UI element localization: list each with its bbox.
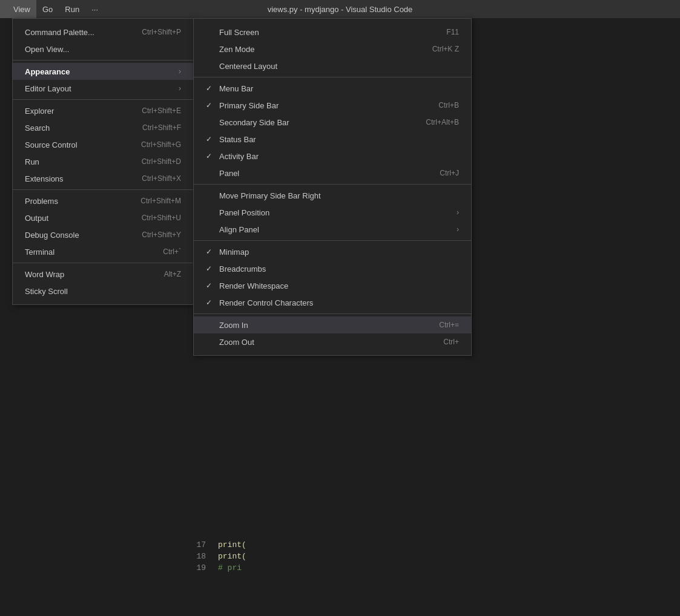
- menu-extensions[interactable]: Extensions Ctrl+Shift+X: [13, 170, 193, 187]
- menu-terminal[interactable]: Terminal Ctrl+`: [13, 243, 193, 260]
- sec-move-primary-sidebar[interactable]: Move Primary Side Bar Right: [194, 187, 471, 204]
- title-bar: View Go Run ··· views.py - mydjango - Vi…: [0, 0, 680, 18]
- secondary-section-5: Zoom In Ctrl+= Zoom Out Ctrl+: [194, 314, 471, 353]
- menu-appearance[interactable]: Appearance ›: [13, 63, 193, 80]
- sec-status-bar[interactable]: ✓ Status Bar: [194, 131, 471, 148]
- sec-zen-mode[interactable]: Zen Mode Ctrl+K Z: [194, 41, 471, 57]
- secondary-section-4: ✓ Minimap ✓ Breadcrumbs ✓ Render Whitesp…: [194, 241, 471, 314]
- menu-editor-layout[interactable]: Editor Layout ›: [13, 80, 193, 97]
- secondary-menu: Full Screen F11 Zen Mode Ctrl+K Z Center…: [193, 18, 472, 356]
- secondary-section-2: ✓ Menu Bar ✓ Primary Side Bar Ctrl+B Sec…: [194, 77, 471, 185]
- sec-render-whitespace[interactable]: ✓ Render Whitespace: [194, 277, 471, 294]
- dropdown-container: Command Palette... Ctrl+Shift+P Open Vie…: [12, 18, 194, 305]
- menu-source-control[interactable]: Source Control Ctrl+Shift+G: [13, 136, 193, 153]
- menu-go[interactable]: Go: [36, 0, 59, 18]
- menu-run[interactable]: Run Ctrl+Shift+D: [13, 153, 193, 170]
- sec-panel-position[interactable]: Panel Position ›: [194, 204, 471, 221]
- sec-zoom-in[interactable]: Zoom In Ctrl+=: [194, 316, 471, 333]
- menu-problems[interactable]: Problems Ctrl+Shift+M: [13, 192, 193, 209]
- primary-menu: Command Palette... Ctrl+Shift+P Open Vie…: [12, 18, 194, 305]
- sec-primary-sidebar[interactable]: ✓ Primary Side Bar Ctrl+B: [194, 97, 471, 114]
- menu-sticky-scroll[interactable]: Sticky Scroll: [13, 283, 193, 300]
- menu-view[interactable]: View: [7, 0, 36, 18]
- sec-align-panel[interactable]: Align Panel ›: [194, 221, 471, 238]
- sec-panel[interactable]: Panel Ctrl+J: [194, 165, 471, 182]
- secondary-section-1: Full Screen F11 Zen Mode Ctrl+K Z Center…: [194, 21, 471, 77]
- code-line-18: 18 print(: [182, 551, 545, 562]
- menu-command-palette[interactable]: Command Palette... Ctrl+Shift+P: [13, 24, 193, 41]
- primary-menu-section-2: Appearance › Editor Layout ›: [13, 61, 193, 100]
- sec-centered-layout[interactable]: Centered Layout: [194, 57, 471, 74]
- menu-run[interactable]: Run: [59, 0, 85, 18]
- line-number-17: 17: [188, 540, 206, 549]
- line-number-18: 18: [188, 552, 206, 561]
- code-text-18: print(: [218, 552, 246, 561]
- menu-open-view[interactable]: Open View...: [13, 41, 193, 57]
- sec-full-screen[interactable]: Full Screen F11: [194, 24, 471, 41]
- window-title: views.py - mydjango - Visual Studio Code: [268, 5, 413, 14]
- sec-activity-bar[interactable]: ✓ Activity Bar: [194, 148, 471, 165]
- code-text-19: # pri: [218, 563, 242, 572]
- menu-explorer[interactable]: Explorer Ctrl+Shift+E: [13, 102, 193, 119]
- sec-secondary-sidebar[interactable]: Secondary Side Bar Ctrl+Alt+B: [194, 114, 471, 131]
- sec-menu-bar[interactable]: ✓ Menu Bar: [194, 80, 471, 97]
- secondary-section-3: Move Primary Side Bar Right Panel Positi…: [194, 185, 471, 241]
- code-text-17: print(: [218, 540, 246, 549]
- primary-menu-section-4: Problems Ctrl+Shift+M Output Ctrl+Shift+…: [13, 190, 193, 263]
- menu-search[interactable]: Search Ctrl+Shift+F: [13, 119, 193, 136]
- sec-minimap[interactable]: ✓ Minimap: [194, 243, 471, 260]
- sec-breadcrumbs[interactable]: ✓ Breadcrumbs: [194, 260, 471, 277]
- menu-empty[interactable]: [0, 0, 7, 18]
- menu-debug-console[interactable]: Debug Console Ctrl+Shift+Y: [13, 226, 193, 243]
- code-line-19: 19 # pri: [182, 562, 545, 574]
- sec-render-control-chars[interactable]: ✓ Render Control Characters: [194, 294, 471, 311]
- primary-menu-section-1: Command Palette... Ctrl+Shift+P Open Vie…: [13, 21, 193, 61]
- sec-zoom-out[interactable]: Zoom Out Ctrl+: [194, 333, 471, 350]
- menu-output[interactable]: Output Ctrl+Shift+U: [13, 209, 193, 226]
- primary-menu-section-5: Word Wrap Alt+Z Sticky Scroll: [13, 263, 193, 302]
- line-number-19: 19: [188, 563, 206, 572]
- menu-bar: View Go Run ···: [0, 0, 104, 18]
- menu-word-wrap[interactable]: Word Wrap Alt+Z: [13, 266, 193, 283]
- menu-more[interactable]: ···: [85, 0, 104, 18]
- primary-menu-section-3: Explorer Ctrl+Shift+E Search Ctrl+Shift+…: [13, 100, 193, 190]
- code-line-17: 17 print(: [182, 539, 545, 551]
